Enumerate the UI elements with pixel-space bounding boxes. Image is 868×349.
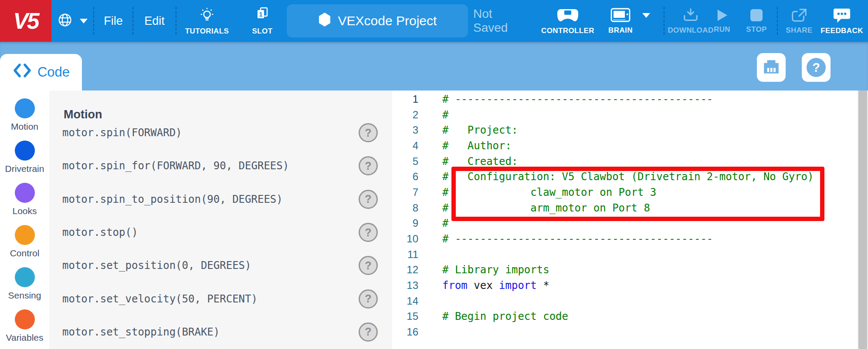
code-line[interactable]: 15 # Begin project code xyxy=(392,309,858,325)
code-line[interactable]: 9 # xyxy=(392,216,858,232)
question-mark-icon: ? xyxy=(807,58,826,77)
help-button[interactable]: ? xyxy=(802,53,831,82)
slot-icon: 1 xyxy=(254,7,271,26)
line-number: 6 xyxy=(392,171,418,183)
sidebar-category-variables[interactable]: Variables xyxy=(0,302,49,344)
code-line[interactable]: 1 # ------------------------------------… xyxy=(392,91,858,107)
tab-code[interactable]: Code xyxy=(0,54,82,91)
command-row[interactable]: motor.spin_for(FORWARD, 90, DEGREES) ? xyxy=(49,149,392,182)
line-text: # Author: xyxy=(442,140,512,152)
question-mark-icon: ? xyxy=(365,292,371,305)
controller-button[interactable]: CONTROLLER xyxy=(542,0,593,42)
code-line[interactable]: 3 # Project: xyxy=(392,122,858,138)
command-row[interactable]: motor.stop() ? xyxy=(49,216,392,249)
code-line[interactable]: 10 # -----------------------------------… xyxy=(392,231,858,247)
tab-bar: Code ? xyxy=(0,42,868,91)
sidebar-category-looks[interactable]: Looks xyxy=(0,175,49,217)
question-mark-icon: ? xyxy=(365,226,371,239)
line-number: 10 xyxy=(392,233,418,245)
brain-icon xyxy=(610,7,631,25)
code-line[interactable]: 11 xyxy=(392,247,858,262)
line-text: # Created: xyxy=(442,155,518,168)
command-row[interactable]: motor.set_stopping(BRAKE) ? xyxy=(49,315,392,349)
share-icon xyxy=(791,7,807,25)
code-line[interactable]: 2 # xyxy=(392,107,858,123)
command-row[interactable]: motor.spin(FORWARD) ? xyxy=(49,116,392,149)
sidebar: Motion Drivetrain Looks Control Sensing … xyxy=(0,91,49,349)
line-number: 4 xyxy=(392,140,418,152)
code-editor[interactable]: 1 # ------------------------------------… xyxy=(392,91,858,349)
toolbar-divider xyxy=(664,7,665,35)
line-text: # --------------------------------------… xyxy=(442,93,713,105)
line-text: # Project: xyxy=(442,124,518,136)
category-color-circle xyxy=(15,141,35,161)
code-line[interactable]: 5 # Created: xyxy=(392,154,858,169)
code-line[interactable]: 16 xyxy=(392,324,858,340)
category-color-circle xyxy=(15,183,35,203)
device-config-button[interactable] xyxy=(757,53,786,82)
toolbar-divider xyxy=(777,7,778,35)
line-text: # Begin project code xyxy=(442,310,568,322)
line-number: 1 xyxy=(392,93,418,105)
globe-icon xyxy=(57,12,75,30)
feedback-speech-bubble-icon xyxy=(833,7,851,25)
command-row[interactable]: motor.set_position(0, DEGREES) ? xyxy=(49,249,392,282)
code-brackets-icon xyxy=(12,63,32,82)
sidebar-category-motion[interactable]: Motion xyxy=(0,91,49,133)
sidebar-category-sensing[interactable]: Sensing xyxy=(0,259,49,302)
command-text: motor.spin(FORWARD) xyxy=(62,127,182,139)
brain-dropdown[interactable] xyxy=(640,0,653,30)
slot-button[interactable]: 1 SLOT xyxy=(242,0,282,42)
code-tab-label: Code xyxy=(37,64,70,80)
category-color-circle xyxy=(15,225,35,245)
code-line[interactable]: 4 # Author: xyxy=(392,138,858,154)
code-line[interactable]: 13 from vex import * xyxy=(392,278,858,293)
tutorials-button[interactable]: TUTORIALS xyxy=(176,0,237,42)
command-help-button[interactable]: ? xyxy=(359,156,378,175)
code-line[interactable]: 7 # claw_motor on Port 3 xyxy=(392,185,858,200)
command-help-button[interactable]: ? xyxy=(359,256,378,275)
feedback-button[interactable]: FEEDBACK xyxy=(819,0,865,42)
sidebar-category-drivetrain[interactable]: Drivetrain xyxy=(0,133,49,175)
command-help-button[interactable]: ? xyxy=(359,190,378,209)
scrollbar-thumb[interactable] xyxy=(858,91,867,349)
command-row[interactable]: motor.spin_to_position(90, DEGREES) ? xyxy=(49,183,392,216)
question-mark-icon: ? xyxy=(365,160,371,172)
line-number: 8 xyxy=(392,202,418,214)
code-line[interactable]: 12 # Library imports xyxy=(392,262,858,278)
file-menu[interactable]: File xyxy=(94,0,132,42)
command-help-button[interactable]: ? xyxy=(359,322,378,342)
sidebar-category-control[interactable]: Control xyxy=(0,217,49,259)
editor-scrollbar[interactable] xyxy=(858,91,868,349)
run-label: RUN xyxy=(714,25,730,34)
command-row[interactable]: motor.set_velocity(50, PERCENT) ? xyxy=(49,282,392,315)
command-list: motor.spin(FORWARD) ? motor.spin_for(FOR… xyxy=(49,116,392,349)
project-name-box[interactable]: VEXcode Project xyxy=(287,4,468,37)
code-lines: 1 # ------------------------------------… xyxy=(392,91,858,340)
feedback-label: FEEDBACK xyxy=(821,27,863,35)
share-button[interactable]: SHARE xyxy=(783,0,816,42)
line-text: # Library imports xyxy=(442,264,549,276)
question-mark-icon: ? xyxy=(365,326,371,338)
code-line[interactable]: 8 # arm_motor on Port 8 xyxy=(392,200,858,216)
brain-button[interactable]: BRAIN xyxy=(600,0,641,42)
line-text: # --------------------------------------… xyxy=(442,233,713,245)
project-title: VEXcode Project xyxy=(338,13,437,28)
language-menu[interactable] xyxy=(51,0,93,42)
command-help-button[interactable]: ? xyxy=(359,123,378,142)
stop-icon xyxy=(749,8,763,24)
edit-menu[interactable]: Edit xyxy=(133,0,176,42)
code-line[interactable]: 6 # Configuration: V5 Clawbot (Drivetrai… xyxy=(392,169,858,185)
command-text: motor.stop() xyxy=(62,226,138,238)
download-icon xyxy=(682,7,699,25)
category-color-circle xyxy=(15,267,35,287)
line-text: from vex import * xyxy=(442,279,549,292)
command-help-button[interactable]: ? xyxy=(359,289,378,309)
gamepad-icon xyxy=(556,7,579,25)
code-line[interactable]: 14 xyxy=(392,293,858,309)
stop-button[interactable]: STOP xyxy=(742,0,771,42)
run-button[interactable]: RUN xyxy=(711,0,733,42)
download-button[interactable]: DOWNLOAD xyxy=(669,0,712,42)
command-help-button[interactable]: ? xyxy=(359,223,378,242)
category-label: Sensing xyxy=(8,290,41,301)
